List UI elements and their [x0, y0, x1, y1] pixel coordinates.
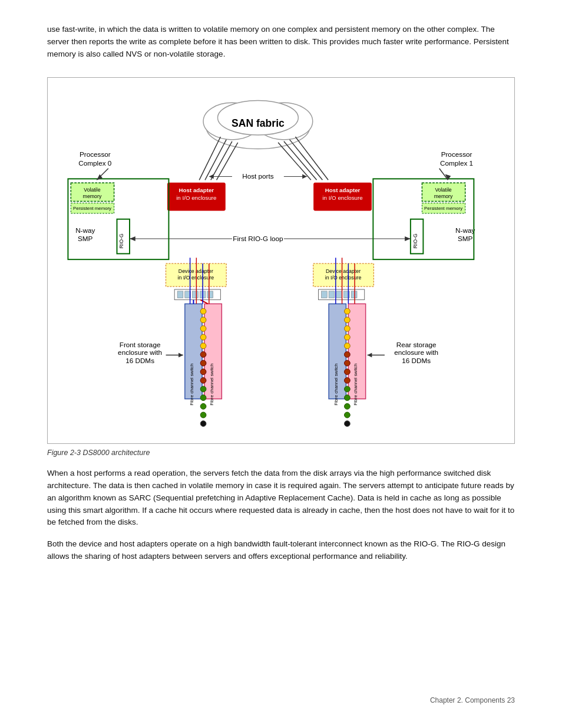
- device-adapter-left2: in I/O enclosure: [178, 275, 214, 281]
- svg-marker-27: [130, 236, 135, 241]
- svg-text:in I/O enclosure: in I/O enclosure: [322, 194, 362, 200]
- svg-point-55: [200, 351, 206, 357]
- svg-point-90: [344, 412, 350, 418]
- front-storage-label3: 16 DDMs: [125, 357, 154, 364]
- rear-storage-label: Rear storage: [396, 340, 437, 348]
- svg-text:in I/O enclosure: in I/O enclosure: [176, 194, 216, 200]
- svg-rect-45: [351, 291, 357, 298]
- svg-point-68: [344, 369, 350, 375]
- body-text-2: Both the device and host adapters operat…: [47, 538, 515, 563]
- host-adapter-left-label: Host adapter: [178, 187, 214, 193]
- rear-storage-label3: 16 DDMs: [402, 357, 431, 364]
- svg-point-89: [344, 403, 350, 409]
- svg-rect-37: [193, 291, 199, 298]
- nway-smp-right2: SMP: [458, 235, 473, 242]
- body-text-1: When a host performs a read operation, t…: [47, 467, 515, 529]
- proc-complex-0-label: Processor: [80, 150, 111, 158]
- svg-marker-85: [368, 353, 372, 357]
- extra-disk-dots-left: [200, 403, 206, 426]
- volatile-mem-left: Volatile: [84, 187, 100, 193]
- volatile-mem-right: Volatile: [435, 187, 451, 193]
- svg-point-69: [344, 377, 350, 383]
- nway-smp-left2: SMP: [78, 235, 93, 242]
- front-storage-label2: enclosure with: [118, 348, 162, 356]
- svg-line-11: [295, 137, 328, 180]
- svg-line-6: [211, 141, 232, 180]
- svg-point-88: [200, 421, 206, 427]
- nway-smp-left: N-way: [75, 226, 95, 234]
- svg-line-5: [205, 140, 226, 180]
- figure-caption: Figure 2-3 DS8000 architecture: [47, 449, 515, 457]
- nway-smp-right: N-way: [455, 226, 475, 234]
- first-rio-g-loop-label: First RIO-G loop: [233, 235, 283, 242]
- front-storage-label: Front storage: [120, 340, 161, 348]
- persist-mem-left: Persistent memory: [73, 206, 111, 211]
- svg-point-62: [344, 317, 350, 323]
- rear-storage-label2: enclosure with: [394, 348, 438, 356]
- svg-point-64: [344, 334, 350, 340]
- persist-mem-right: Persistent memory: [424, 206, 462, 211]
- svg-point-67: [344, 360, 350, 366]
- svg-line-7: [217, 143, 238, 180]
- proc-complex-0-label2: Complex 0: [78, 159, 111, 167]
- svg-point-87: [200, 412, 206, 418]
- svg-point-61: [344, 308, 350, 314]
- disk-dots-right: [344, 308, 350, 400]
- svg-point-91: [344, 421, 350, 427]
- svg-point-66: [344, 351, 350, 357]
- rio-g-right: RIO-G: [412, 233, 418, 249]
- device-adapter-left: Device adapter: [178, 268, 213, 274]
- svg-point-51: [200, 317, 206, 323]
- svg-point-52: [200, 325, 206, 331]
- svg-point-71: [344, 395, 350, 401]
- proc-complex-1-label: Processor: [441, 150, 472, 158]
- rio-g-left: RIO-G: [118, 233, 124, 249]
- svg-point-54: [200, 343, 206, 349]
- fc-switch-left-2: Fibre channel switch: [209, 363, 214, 405]
- svg-marker-29: [405, 236, 411, 241]
- svg-point-60: [200, 395, 206, 401]
- svg-line-8: [278, 143, 311, 180]
- svg-point-63: [344, 325, 350, 331]
- host-ports-label: Host ports: [242, 172, 274, 180]
- diagram-svg: SAN fabric Processor Complex 0 Processor…: [54, 90, 508, 437]
- diagram-container: SAN fabric Processor Complex 0 Processor…: [47, 77, 515, 444]
- svg-line-9: [284, 141, 317, 180]
- svg-point-86: [200, 403, 206, 409]
- svg-rect-42: [329, 291, 335, 298]
- svg-point-56: [200, 360, 206, 366]
- device-adapter-right: Device adapter: [326, 268, 361, 274]
- proc-complex-1-label2: Complex 1: [440, 159, 473, 167]
- fc-switch-right-2: Fibre channel switch: [353, 363, 358, 405]
- fc-switch-left-1: Fibre channel switch: [189, 363, 194, 405]
- disk-dots-left: [200, 308, 206, 400]
- svg-point-53: [200, 334, 206, 340]
- extra-disk-dots-right: [344, 403, 350, 426]
- svg-point-50: [200, 308, 206, 314]
- svg-point-58: [200, 377, 206, 383]
- svg-line-73: [200, 299, 208, 304]
- page-footer: Chapter 2. Components 23: [430, 696, 515, 704]
- host-adapter-right-label: Host adapter: [325, 187, 361, 193]
- san-fabric-label: SAN fabric: [232, 117, 285, 129]
- svg-point-59: [200, 386, 206, 392]
- svg-point-65: [344, 343, 350, 349]
- fc-switch-right-1: Fibre channel switch: [333, 363, 339, 405]
- svg-rect-41: [321, 291, 327, 298]
- svg-line-4: [199, 137, 220, 180]
- svg-point-57: [200, 369, 206, 375]
- svg-rect-39: [207, 291, 213, 298]
- svg-marker-83: [178, 353, 183, 357]
- svg-point-70: [344, 386, 350, 392]
- volatile-mem-right2: memory: [434, 193, 453, 199]
- svg-rect-43: [336, 291, 342, 298]
- svg-rect-35: [177, 291, 183, 298]
- volatile-mem-left2: memory: [83, 193, 102, 199]
- intro-text: use fast-write, in which the data is wri…: [47, 24, 515, 61]
- device-adapter-right2: in I/O enclosure: [325, 275, 362, 281]
